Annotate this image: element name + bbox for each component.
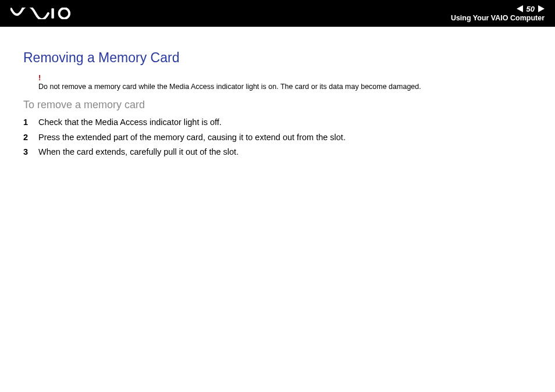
step-number: 3 — [23, 147, 38, 158]
warning-text: Do not remove a memory card while the Me… — [38, 83, 532, 91]
steps-list: 1 Check that the Media Access indicator … — [23, 117, 532, 158]
warning-block: ! Do not remove a memory card while the … — [38, 74, 532, 91]
page-content: Removing a Memory Card ! Do not remove a… — [0, 27, 555, 158]
svg-point-1 — [59, 8, 70, 19]
subheading: To remove a memory card — [23, 99, 532, 111]
warning-mark-icon: ! — [38, 74, 532, 81]
svg-rect-0 — [51, 8, 54, 19]
list-item: 3 When the card extends, carefully pull … — [23, 147, 532, 158]
list-item: 2 Press the extended part of the memory … — [23, 132, 532, 144]
step-text: Press the extended part of the memory ca… — [38, 132, 532, 144]
next-page-arrow-icon[interactable] — [538, 5, 545, 12]
page-number: 50 — [526, 5, 535, 13]
step-text: When the card extends, carefully pull it… — [38, 147, 532, 158]
step-number: 1 — [23, 117, 38, 129]
page-nav: 50 — [517, 5, 545, 13]
prev-page-arrow-icon[interactable] — [517, 5, 523, 12]
step-text: Check that the Media Access indicator li… — [38, 117, 532, 129]
list-item: 1 Check that the Media Access indicator … — [23, 117, 532, 129]
header-right: 50 Using Your VAIO Computer — [451, 5, 545, 22]
step-number: 2 — [23, 132, 38, 144]
vaio-logo — [10, 8, 74, 19]
page-title: Removing a Memory Card — [23, 50, 532, 66]
page-header: 50 Using Your VAIO Computer — [0, 0, 555, 27]
section-label: Using Your VAIO Computer — [451, 14, 545, 22]
